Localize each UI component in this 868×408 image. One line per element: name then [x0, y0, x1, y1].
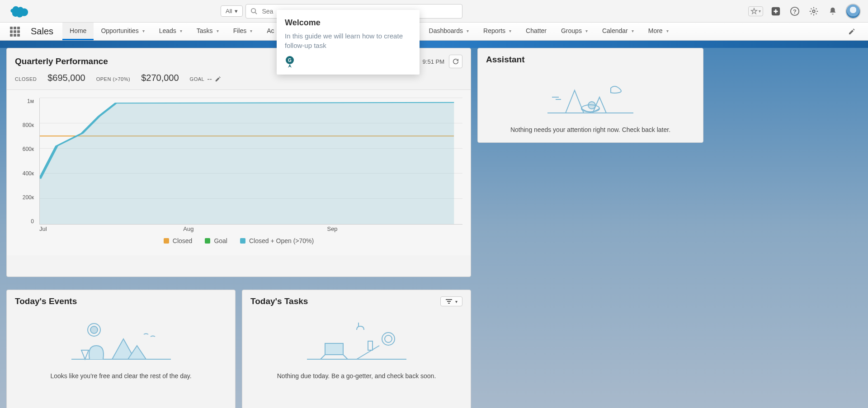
bottom-row: Today's Events Looks like you're free an… — [6, 290, 471, 408]
salesforce-logo[interactable] — [7, 3, 31, 19]
favorites-button[interactable]: ▾ — [748, 6, 763, 16]
search-scope-select[interactable]: All ▾ — [221, 5, 243, 17]
nav-bar: Sales Home Opportunities▾ Leads▾ Tasks▾ … — [0, 23, 868, 41]
goal-value: -- — [207, 75, 212, 83]
content: Quarterly Performance 9:51 PM CLOSED $69… — [0, 48, 868, 408]
nav-dashboards[interactable]: Dashboards▾ — [422, 23, 476, 40]
user-avatar[interactable] — [845, 4, 861, 19]
plot-area — [39, 98, 462, 225]
nav-chatter[interactable]: Chatter — [519, 23, 554, 40]
open-value: $270,000 — [141, 73, 179, 83]
nav-leads[interactable]: Leads▾ — [152, 23, 189, 40]
closed-label: CLOSED — [15, 76, 37, 82]
legend-closed-open: Closed + Open (>70%) — [240, 237, 314, 244]
tasks-filter-button[interactable]: ▾ — [440, 296, 462, 306]
goal-label: GOAL — [190, 76, 205, 82]
events-illustration — [62, 316, 180, 366]
legend-closed: Closed — [164, 237, 193, 244]
chevron-down-icon: ▾ — [142, 28, 145, 33]
svg-point-5 — [812, 10, 815, 13]
tasks-empty-text: Nothing due today. Be a go-getter, and c… — [250, 372, 462, 380]
nav-reports[interactable]: Reports▾ — [476, 23, 519, 40]
chevron-down-icon: ▾ — [509, 28, 511, 33]
search-icon — [250, 8, 257, 14]
closed-value: $695,000 — [47, 73, 85, 83]
events-title: Today's Events — [15, 296, 227, 306]
chart: 1м 800к 600к 400к 200к 0 — [15, 98, 462, 234]
edit-nav-pencil-icon[interactable] — [843, 23, 861, 40]
assistant-title: Assistant — [486, 55, 695, 65]
blue-band — [0, 41, 868, 48]
setup-gear-icon[interactable] — [807, 5, 820, 18]
qp-title: Quarterly Performance — [15, 56, 108, 66]
nav-tasks[interactable]: Tasks▾ — [189, 23, 226, 40]
y-axis: 1м 800к 600к 400к 200к 0 — [15, 98, 37, 225]
chevron-down-icon: ▾ — [467, 28, 469, 33]
nav-files[interactable]: Files▾ — [226, 23, 260, 40]
refresh-button[interactable] — [449, 55, 462, 68]
svg-text:G: G — [288, 58, 292, 63]
svg-point-0 — [251, 9, 255, 13]
svg-text:?: ? — [793, 8, 797, 14]
tasks-illustration — [298, 316, 415, 366]
chevron-down-icon: ▾ — [250, 28, 252, 33]
svg-line-1 — [255, 12, 257, 14]
edit-goal-pencil-icon[interactable] — [215, 76, 221, 82]
qp-timestamp: 9:51 PM — [423, 58, 444, 65]
assistant-empty-text: Nothing needs your attention right now. … — [486, 126, 695, 133]
tasks-title: Today's Tasks — [250, 296, 308, 306]
nav-calendar[interactable]: Calendar▾ — [595, 23, 641, 40]
help-icon[interactable]: ? — [788, 5, 801, 18]
filter-icon — [445, 299, 453, 304]
chevron-down-icon: ▾ — [217, 28, 219, 33]
chevron-down-icon: ▾ — [632, 28, 634, 33]
svg-point-12 — [385, 335, 392, 342]
assistant-illustration — [543, 75, 638, 120]
open-label: OPEN (>70%) — [96, 76, 131, 82]
header-actions: ▾ ? — [748, 4, 861, 19]
chevron-down-icon: ▾ — [759, 9, 761, 14]
chart-legend: Closed Goal Closed + Open (>70%) — [15, 234, 462, 251]
nav-more[interactable]: More▾ — [641, 23, 676, 40]
nav-groups[interactable]: Groups▾ — [554, 23, 595, 40]
chevron-down-icon: ▾ — [235, 8, 238, 14]
legend-goal: Goal — [205, 237, 227, 244]
svg-rect-13 — [368, 341, 373, 350]
search-scope-label: All — [226, 8, 232, 14]
welcome-title: Welcome — [285, 18, 411, 28]
chevron-down-icon: ▾ — [666, 28, 669, 33]
svg-point-11 — [382, 333, 395, 345]
todays-events-card: Today's Events Looks like you're free an… — [6, 290, 236, 408]
open-series-area — [40, 98, 462, 224]
nav-home[interactable]: Home — [62, 23, 94, 40]
app-launcher-icon[interactable] — [7, 23, 25, 40]
welcome-body: In this guide we will learn how to creat… — [285, 31, 411, 50]
chevron-down-icon: ▾ — [455, 299, 458, 304]
welcome-tooltip: Welcome In this guide we will learn how … — [277, 10, 420, 75]
chevron-down-icon: ▾ — [180, 28, 182, 33]
add-button[interactable] — [769, 5, 782, 18]
star-icon — [750, 8, 758, 15]
notifications-bell-icon[interactable] — [826, 5, 839, 18]
guide-badge-icon: G — [285, 56, 295, 68]
global-header: All ▾ ▾ ? — [0, 0, 868, 23]
x-axis: Jul Aug Sep — [39, 225, 462, 234]
events-empty-text: Looks like you're free and clear the res… — [15, 372, 227, 380]
svg-point-7 — [588, 102, 595, 109]
chart-wrap: 1м 800к 600к 400к 200к 0 — [7, 90, 471, 255]
chevron-down-icon: ▾ — [585, 28, 588, 33]
todays-tasks-card: Today's Tasks ▾ Nothing due today. Be a … — [242, 290, 471, 408]
svg-point-9 — [90, 326, 98, 333]
app-name: Sales — [25, 23, 62, 40]
nav-opportunities[interactable]: Opportunities▾ — [94, 23, 151, 40]
svg-rect-10 — [325, 343, 343, 355]
assistant-card: Assistant Nothing needs your attention r… — [477, 48, 703, 143]
quarterly-performance-card: Quarterly Performance 9:51 PM CLOSED $69… — [6, 48, 471, 277]
